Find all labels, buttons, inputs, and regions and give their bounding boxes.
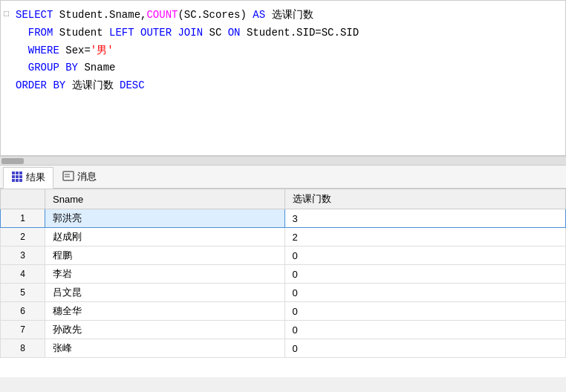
- table-row[interactable]: 3程鹏0: [1, 246, 566, 265]
- svg-rect-3: [12, 175, 15, 178]
- results-tab-icon: [11, 171, 23, 185]
- count-cell: 2: [284, 228, 566, 246]
- where-col-sex: Sex=: [59, 45, 91, 56]
- sql-line-3: WHERE Sex='男': [16, 42, 559, 60]
- tab-messages[interactable]: 消息: [55, 167, 104, 187]
- col-student-sname: Student.Sname,: [53, 9, 146, 21]
- count-cell: 0: [284, 265, 566, 284]
- horizontal-scrollbar[interactable]: [0, 156, 566, 165]
- sname-cell: 李岩: [45, 265, 285, 284]
- col-header-sname: Sname: [45, 189, 285, 209]
- results-table: Sname 选课门数 1郭洪亮32赵成刚23程鹏04李岩05吕文昆06穗全华07…: [0, 189, 566, 358]
- table-row[interactable]: 7孙政先0: [1, 321, 566, 339]
- svg-rect-5: [19, 175, 22, 178]
- row-num-cell: 7: [1, 321, 45, 339]
- kw-group-by: GROUP BY: [28, 62, 78, 74]
- svg-rect-6: [12, 179, 15, 182]
- row-num-cell: 3: [1, 246, 45, 265]
- join-condition: Student.SID=SC.SID: [241, 27, 360, 39]
- svg-rect-9: [63, 172, 74, 180]
- tbl-student: Student: [53, 27, 109, 39]
- where-val-sex: '男': [91, 45, 114, 56]
- kw-where: WHERE: [28, 45, 59, 56]
- sname-cell: 孙政先: [45, 321, 285, 339]
- sname-cell: 吕文昆: [45, 284, 285, 302]
- line-indicator: □: [4, 7, 9, 22]
- row-num-cell: 5: [1, 284, 45, 302]
- kw-order-by: ORDER BY: [16, 79, 65, 91]
- tab-results-label: 结果: [26, 171, 45, 184]
- count-cell: 0: [284, 246, 566, 265]
- kw-as: AS: [253, 9, 265, 21]
- row-num-cell: 6: [1, 302, 45, 321]
- svg-rect-2: [19, 172, 22, 174]
- sname-cell: 程鹏: [45, 246, 285, 265]
- count-cell: 0: [284, 339, 566, 358]
- sname-cell: 赵成刚: [45, 228, 285, 246]
- tabs-bar: 结果 消息: [0, 165, 566, 189]
- alias-chinese: 选课门数: [265, 9, 313, 21]
- row-num-cell: 2: [1, 228, 45, 246]
- tab-messages-label: 消息: [77, 170, 97, 183]
- col-header-count: 选课门数: [284, 189, 566, 209]
- kw-on: ON: [228, 27, 241, 39]
- count-cell: 0: [284, 302, 566, 321]
- count-cell: 3: [284, 209, 566, 228]
- messages-tab-icon: [62, 170, 74, 184]
- sname-cell: 张峰: [45, 339, 285, 358]
- kw-from: FROM: [28, 27, 53, 39]
- sql-editor[interactable]: □ SELECT Student.Sname,COUNT(SC.Scores) …: [0, 0, 566, 156]
- scrollbar-thumb[interactable]: [1, 158, 24, 164]
- tab-results[interactable]: 结果: [3, 167, 53, 189]
- sname-cell: 穗全华: [45, 302, 285, 321]
- table-row[interactable]: 4李岩0: [1, 265, 566, 284]
- results-table-container[interactable]: Sname 选课门数 1郭洪亮32赵成刚23程鹏04李岩05吕文昆06穗全华07…: [0, 189, 566, 377]
- sname-cell: 郭洪亮: [45, 209, 285, 228]
- col-header-rownum: [1, 189, 45, 209]
- sql-line-2: FROM Student LEFT OUTER JOIN SC ON Stude…: [16, 24, 559, 42]
- orderby-col: 选课门数: [65, 79, 120, 91]
- sql-line-4: GROUP BY Sname: [16, 59, 559, 77]
- row-num-cell: 4: [1, 265, 45, 284]
- kw-desc: DESC: [120, 79, 145, 91]
- sql-content: □ SELECT Student.Sname,COUNT(SC.Scores) …: [1, 1, 565, 101]
- sql-line-1: SELECT Student.Sname,COUNT(SC.Scores) AS…: [16, 7, 559, 24]
- count-cell: 0: [284, 284, 566, 302]
- svg-rect-8: [19, 179, 22, 182]
- table-row[interactable]: 6穗全华0: [1, 302, 566, 321]
- table-row[interactable]: 2赵成刚2: [1, 228, 566, 246]
- fn-count: COUNT: [146, 9, 178, 21]
- table-header-row: Sname 选课门数: [1, 189, 566, 209]
- kw-left-outer-join: LEFT OUTER JOIN: [109, 27, 203, 39]
- svg-rect-0: [12, 172, 15, 174]
- row-num-cell: 8: [1, 339, 45, 358]
- row-num-cell: 1: [1, 209, 45, 228]
- table-row[interactable]: 1郭洪亮3: [1, 209, 566, 228]
- table-row[interactable]: 5吕文昆0: [1, 284, 566, 302]
- svg-rect-7: [16, 179, 19, 182]
- col-sc-scores: (SC.Scores): [178, 9, 253, 21]
- count-cell: 0: [284, 321, 566, 339]
- tbl-sc: SC: [203, 27, 228, 39]
- svg-rect-4: [16, 175, 19, 178]
- kw-select: SELECT: [16, 9, 53, 21]
- groupby-col: Sname: [78, 62, 115, 74]
- svg-rect-1: [16, 172, 19, 174]
- bottom-panel: 结果 消息 Sname 选课门数 1: [0, 165, 566, 377]
- sql-line-5: ORDER BY 选课门数 DESC: [16, 77, 559, 95]
- table-row[interactable]: 8张峰0: [1, 339, 566, 358]
